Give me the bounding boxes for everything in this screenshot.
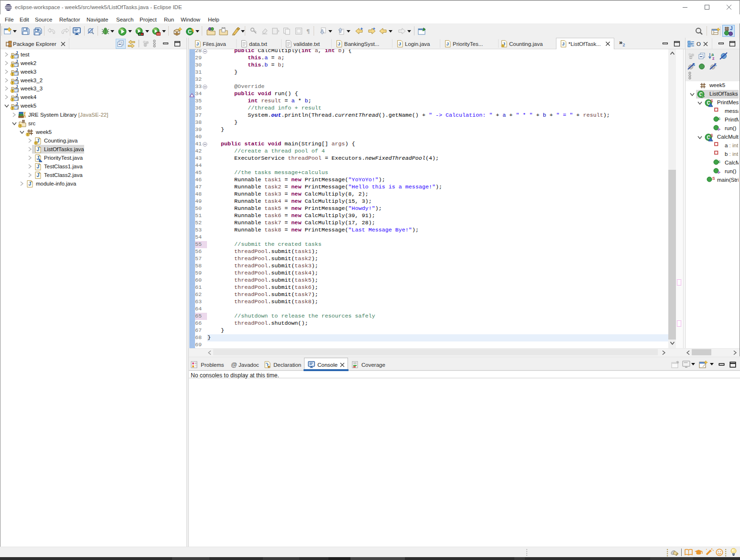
svg-text:J: J xyxy=(16,51,18,55)
svg-text:J: J xyxy=(16,102,18,106)
svg-text:c: c xyxy=(718,159,720,164)
svg-text:J: J xyxy=(338,41,340,46)
svg-text:J: J xyxy=(446,41,449,46)
svg-text:c: c xyxy=(718,116,720,121)
svg-text:J: J xyxy=(16,85,18,89)
svg-text:S: S xyxy=(712,176,715,181)
svg-text:J: J xyxy=(29,181,32,187)
svg-text:J: J xyxy=(399,41,401,46)
svg-text:z: z xyxy=(712,56,715,60)
svg-text:J: J xyxy=(37,173,40,178)
svg-text:J: J xyxy=(16,77,18,81)
svg-text:C: C xyxy=(188,29,192,34)
svg-text:S: S xyxy=(710,133,713,138)
svg-text:S: S xyxy=(710,99,713,103)
svg-text:J: J xyxy=(730,26,733,31)
svg-text:J: J xyxy=(37,147,40,152)
svg-text:J: J xyxy=(16,93,18,98)
svg-text:J: J xyxy=(16,68,18,72)
svg-text:J: J xyxy=(16,59,18,64)
svg-text:J: J xyxy=(37,155,40,161)
svg-text:J: J xyxy=(196,41,199,46)
svg-text:J: J xyxy=(562,41,565,46)
svg-text:J: J xyxy=(37,164,40,169)
